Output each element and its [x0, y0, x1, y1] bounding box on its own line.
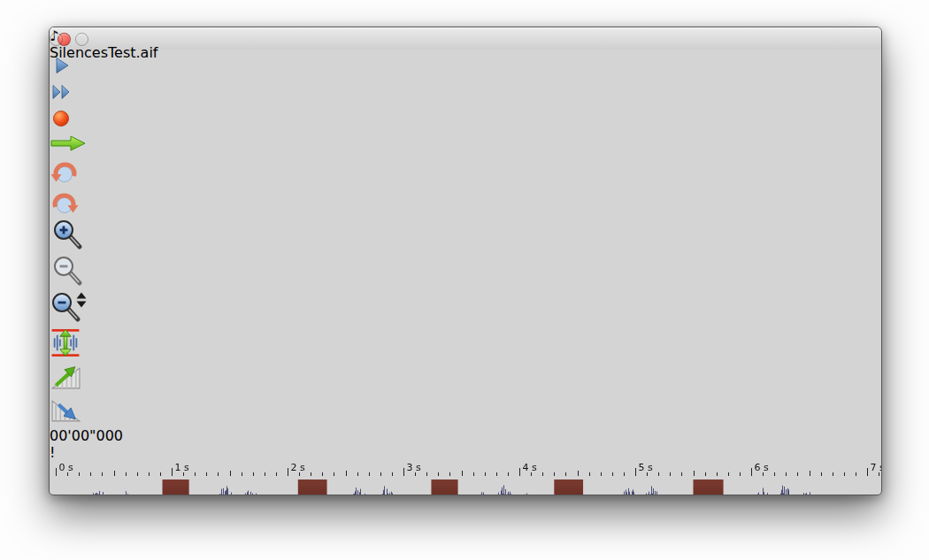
- app-window: ♪ SilencesTest.aif: [49, 27, 882, 495]
- titlebar[interactable]: ♪ SilencesTest.aif: [50, 27, 881, 50]
- undo-button[interactable]: [50, 157, 881, 188]
- zoom-fit-button[interactable]: [50, 291, 881, 327]
- scale-down-icon: [50, 395, 82, 424]
- vertical-fit-icon: [50, 327, 81, 358]
- title-block: ♪ SilencesTest.aif: [50, 27, 881, 61]
- toolbar: 00'00"000 !: [50, 27, 881, 461]
- fast-forward-icon: [50, 81, 73, 104]
- music-note-document-icon: ♪: [50, 27, 881, 44]
- overview-time-ruler[interactable]: [50, 461, 881, 476]
- zoom-in-icon: [50, 219, 87, 251]
- desktop: ♪ SilencesTest.aif: [0, 0, 929, 560]
- go-to-end-button[interactable]: [50, 134, 881, 157]
- exclamation-icon: !: [50, 444, 55, 461]
- zoom-out-icon: [50, 255, 87, 288]
- record-button[interactable]: [50, 107, 881, 134]
- zoom-out-button[interactable]: [50, 255, 881, 291]
- window-title: SilencesTest.aif: [50, 44, 157, 61]
- scale-up-icon: [50, 362, 82, 391]
- undo-icon: [50, 157, 80, 184]
- minimize-button[interactable]: [75, 33, 88, 46]
- green-arrow-icon: [50, 134, 87, 153]
- overview-channel-1[interactable]: [50, 479, 881, 495]
- scale-up-button[interactable]: [50, 362, 881, 395]
- zoom-in-button[interactable]: [50, 219, 881, 255]
- vertical-fit-button[interactable]: [50, 327, 881, 362]
- scale-down-button[interactable]: [50, 395, 881, 427]
- fast-forward-button[interactable]: [50, 81, 881, 107]
- zoom-window-button[interactable]: [50, 33, 63, 46]
- time-display: 00'00"000: [50, 427, 881, 444]
- redo-button[interactable]: [50, 188, 881, 219]
- record-icon: [50, 107, 73, 130]
- zoom-fit-icon: [50, 291, 90, 324]
- redo-icon: [50, 188, 80, 215]
- alert-button[interactable]: !: [50, 444, 881, 461]
- overview-waveform[interactable]: [50, 479, 881, 495]
